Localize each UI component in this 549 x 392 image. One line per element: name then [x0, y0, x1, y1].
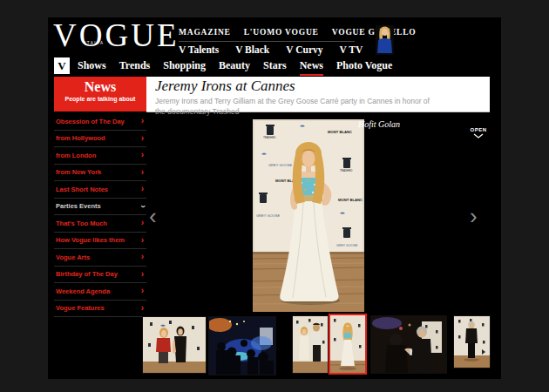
sidebar-item-vogue-arts[interactable]: Vogue Arts › [54, 249, 146, 267]
chevron-right-icon: › [141, 219, 144, 227]
nav-shopping[interactable]: Shopping [163, 59, 206, 76]
menu-magazine[interactable]: MAGAZINE [179, 28, 231, 37]
chevron-right-icon: › [141, 151, 144, 159]
photo-caption: Hofit Golan [358, 119, 400, 129]
nav-stars[interactable]: Stars [263, 59, 287, 76]
v-home-badge[interactable]: V [54, 57, 70, 74]
page-title: Jeremy Irons at Cannes [155, 78, 490, 95]
main-photo-hofit-golan[interactable]: TRASHED TRASHED GREY GOOSE GREY GOOSE GR… [253, 119, 364, 312]
chevron-down-icon [473, 133, 484, 139]
article-header: Jeremy Irons at Cannes Jeremy Irons and … [146, 77, 490, 112]
sidebar-menu: Obsession of The Day › from Hollywood › … [54, 113, 146, 317]
sidebar-item-from-new-york[interactable]: from New York › [54, 165, 146, 182]
thumbnail-party-table-blue-lights[interactable] [208, 316, 276, 375]
chevron-right-icon: › [141, 236, 144, 245]
thumbnail-jeremy-irons-interview[interactable] [370, 315, 447, 374]
sidebar-item-weekend-agenda[interactable]: Weekend Agenda › [54, 283, 146, 301]
prev-photo-arrow[interactable]: ‹ [149, 205, 157, 227]
sidebar-item-last-short-notes[interactable]: Last Short Notes › [54, 181, 146, 199]
next-photo-arrow[interactable]: › [470, 205, 478, 227]
sidebar-title: News [54, 79, 146, 95]
thumbnail-couple-white-jacket[interactable] [292, 315, 329, 374]
chevron-right-icon: › [141, 304, 144, 313]
chevron-right-icon: › [141, 168, 144, 177]
main-nav: Shows Trends Shopping Beauty Stars News … [78, 59, 392, 76]
chevron-down-icon: › [138, 205, 146, 207]
nav-news[interactable]: News [300, 59, 323, 76]
svg-text:MONT BLANC: MONT BLANC [328, 130, 352, 134]
svg-text:MONT BLANC: MONT BLANC [338, 198, 363, 202]
menu-divider [179, 41, 355, 42]
thumbnail-two-women-red-and-black[interactable] [142, 316, 207, 374]
open-button[interactable]: OPEN [467, 127, 490, 139]
nav-trends[interactable]: Trends [119, 59, 151, 76]
sidebar-item-thats-too-much[interactable]: That's Too Much › [54, 215, 146, 233]
svg-text:TRASHED: TRASHED [340, 169, 353, 172]
menu-luomo-vogue[interactable]: L'UOMO VOGUE [244, 28, 319, 37]
article-description: Jeremy Irons and Terry Gilliam at the Gr… [155, 96, 436, 118]
vogue-logo-italia: ITALIA [85, 41, 104, 45]
chevron-right-icon: › [141, 253, 144, 261]
sidebar-subtitle: People are talking about [54, 96, 146, 102]
thumbnail-man-dark-suit-backdrop[interactable] [453, 315, 491, 368]
svg-text:TRASHED: TRASHED [263, 136, 276, 139]
chevron-right-icon: › [141, 185, 144, 193]
svg-text:GREY GOOSE: GREY GOOSE [336, 244, 358, 247]
svg-text:GREY GOOSE: GREY GOOSE [256, 213, 280, 218]
chevron-right-icon: › [141, 134, 144, 143]
sidebar-item-vogue-features[interactable]: Vogue Features › [54, 301, 146, 318]
menu-vogue-gioiello[interactable]: VOGUE GIOIELLO [332, 28, 417, 37]
menu-v-tv[interactable]: V TV [340, 44, 363, 55]
sidebar-item-from-london[interactable]: from London › [54, 147, 146, 165]
sidebar-item-how-vogue-likes-them[interactable]: How Vogue likes them › [54, 233, 146, 250]
sidebar-item-parties-events[interactable]: Parties Events › [54, 199, 146, 216]
menu-v-curvy[interactable]: V Curvy [286, 44, 322, 55]
sidebar-item-obsession-of-the-day[interactable]: Obsession of The Day › [54, 113, 146, 131]
nav-beauty[interactable]: Beauty [219, 59, 250, 76]
vogue-logo[interactable]: VOGUE [53, 19, 179, 51]
menu-v-black[interactable]: V Black [235, 44, 269, 55]
sub-menu: V Talents V Black V Curvy V TV [179, 44, 363, 55]
chevron-right-icon: › [141, 117, 144, 125]
editor-avatar[interactable] [376, 25, 394, 55]
nav-photo-vogue[interactable]: Photo Vogue [336, 59, 392, 76]
sidebar-item-from-hollywood[interactable]: from Hollywood › [54, 131, 146, 148]
svg-text:GREY GOOSE: GREY GOOSE [268, 163, 292, 167]
sidebar-header: News People are talking about [54, 77, 146, 112]
nav-shows[interactable]: Shows [78, 59, 106, 76]
page: VOGUE ITALIA MAGAZINE L'UOMO VOGUE VOGUE… [0, 0, 549, 392]
menu-v-talents[interactable]: V Talents [179, 44, 219, 55]
chevron-right-icon: › [141, 270, 144, 279]
sidebar-item-birthday-of-the-day[interactable]: Birthday of The Day › [54, 267, 146, 284]
thumbnail-hofit-golan-white-gown[interactable] [329, 314, 367, 375]
vogue-site: VOGUE ITALIA MAGAZINE L'UOMO VOGUE VOGUE… [48, 17, 501, 379]
chevron-right-icon: › [141, 287, 144, 295]
